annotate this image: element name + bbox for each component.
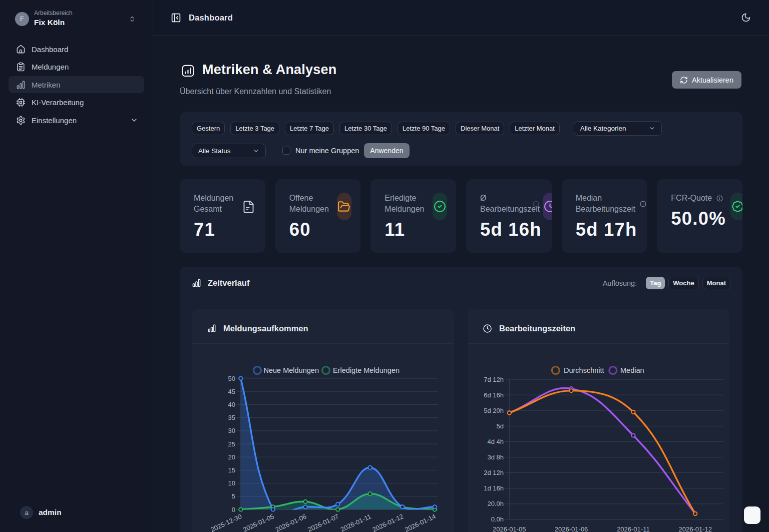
svg-text:0: 0: [232, 506, 235, 513]
svg-text:7d 12h: 7d 12h: [484, 376, 504, 383]
svg-text:2026-01-06: 2026-01-06: [555, 525, 588, 532]
svg-text:Erledigte Meldungen: Erledigte Meldungen: [333, 366, 400, 374]
svg-text:1d 16h: 1d 16h: [484, 484, 504, 492]
svg-text:Neue Meldungen: Neue Meldungen: [264, 366, 319, 374]
svg-text:2026-01-12: 2026-01-12: [371, 512, 405, 532]
svg-text:45: 45: [228, 388, 235, 395]
svg-text:0.0h: 0.0h: [491, 515, 504, 523]
svg-text:2026-01-06: 2026-01-06: [274, 512, 308, 532]
svg-text:25: 25: [228, 440, 235, 448]
svg-text:2026-01-05: 2026-01-05: [493, 525, 526, 532]
svg-text:Durchschnitt: Durchschnitt: [564, 366, 604, 374]
svg-text:35: 35: [228, 414, 235, 421]
svg-text:2026-01-05: 2026-01-05: [242, 512, 275, 532]
svg-text:2026-01-11: 2026-01-11: [339, 512, 372, 532]
svg-text:20.0h: 20.0h: [487, 500, 504, 507]
svg-text:6d 16h: 6d 16h: [484, 391, 504, 399]
svg-text:3d 8h: 3d 8h: [487, 453, 504, 461]
svg-text:2025-12-30: 2025-12-30: [209, 512, 243, 532]
svg-text:20: 20: [228, 453, 235, 461]
svg-text:5: 5: [232, 492, 235, 500]
svg-text:5d: 5d: [497, 422, 504, 430]
svg-text:2d 12h: 2d 12h: [484, 469, 504, 476]
svg-text:2026-01-14: 2026-01-14: [404, 512, 437, 532]
svg-text:2026-01-11: 2026-01-11: [617, 525, 650, 532]
svg-text:5d 20h: 5d 20h: [484, 407, 504, 414]
svg-text:2026-01-07: 2026-01-07: [306, 512, 340, 532]
svg-text:15: 15: [228, 466, 235, 474]
svg-text:50: 50: [228, 375, 235, 382]
svg-text:10: 10: [228, 479, 235, 487]
svg-text:30: 30: [228, 427, 235, 434]
svg-text:4d 4h: 4d 4h: [487, 438, 504, 445]
svg-text:40: 40: [228, 401, 235, 408]
svg-text:2026-01-12: 2026-01-12: [678, 525, 712, 532]
svg-text:Median: Median: [620, 366, 644, 374]
